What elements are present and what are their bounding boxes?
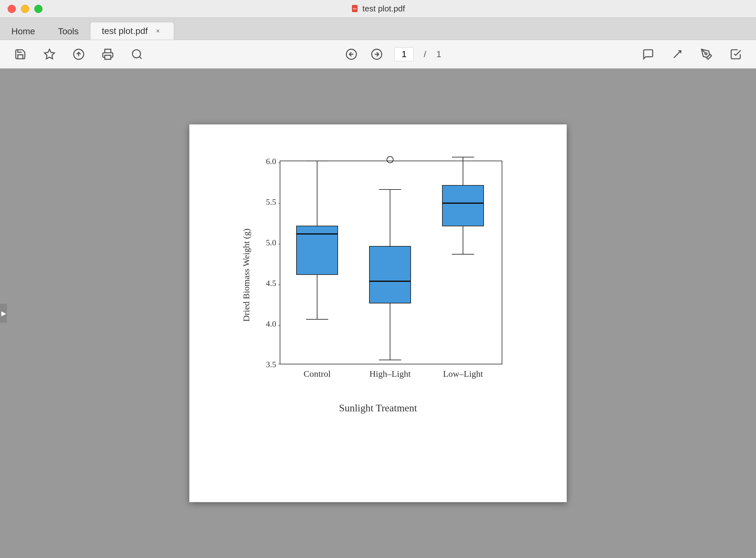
chart-svg: 6.0 5.5 5.0 4.5 4.0 3.5: [254, 155, 515, 396]
highlight-icon: [671, 48, 683, 60]
svg-marker-2: [45, 49, 55, 59]
svg-text:3.5: 3.5: [266, 360, 276, 369]
print-button[interactable]: [100, 47, 115, 62]
upload-button[interactable]: [71, 47, 86, 62]
tab-close-button[interactable]: ×: [154, 27, 162, 35]
tab-bar: Home Tools test plot.pdf ×: [0, 18, 756, 40]
minimize-window-button[interactable]: [21, 5, 29, 13]
active-tab-label: test plot.pdf: [102, 26, 148, 36]
svg-point-12: [705, 53, 707, 55]
content-area: ▶ Dried Biomass Weight (g) 6.0 5.5 5.: [0, 69, 756, 558]
svg-text:High–Light: High–Light: [370, 369, 411, 379]
y-axis-label: Dried Biomass Weight (g): [241, 229, 251, 322]
svg-rect-39: [442, 185, 484, 226]
svg-text:5.0: 5.0: [266, 238, 276, 247]
window-title-area: PDF test plot.pdf: [351, 4, 405, 14]
tab-active-file[interactable]: test plot.pdf ×: [90, 22, 174, 40]
toolbar-left: [13, 47, 144, 62]
prev-page-button[interactable]: [344, 47, 359, 62]
tab-tools[interactable]: Tools: [47, 23, 90, 40]
toolbar: / 1: [0, 40, 756, 69]
title-bar: PDF test plot.pdf: [0, 0, 756, 18]
toolbar-right: [641, 47, 743, 62]
window-title-text: test plot.pdf: [362, 4, 405, 14]
toolbar-center: / 1: [160, 47, 625, 62]
comment-button[interactable]: [641, 47, 656, 62]
svg-text:Control: Control: [303, 369, 331, 379]
tab-home[interactable]: Home: [0, 23, 47, 40]
svg-text:4.5: 4.5: [266, 279, 276, 288]
print-icon: [102, 48, 114, 60]
comment-icon: [642, 48, 654, 60]
svg-line-6: [139, 56, 141, 59]
search-button[interactable]: [129, 47, 144, 62]
sidebar-toggle-button[interactable]: ▶: [0, 304, 7, 323]
svg-text:Low–Light: Low–Light: [443, 369, 483, 379]
svg-rect-4: [105, 55, 111, 59]
pdf-page: Dried Biomass Weight (g) 6.0 5.5 5.0 4.5: [189, 124, 567, 502]
chart-container: Dried Biomass Weight (g) 6.0 5.5 5.0 4.5: [219, 155, 537, 472]
stamp-button[interactable]: [728, 47, 743, 62]
save-button[interactable]: [13, 47, 28, 62]
maximize-window-button[interactable]: [34, 5, 43, 13]
next-page-button[interactable]: [369, 47, 384, 62]
svg-line-11: [674, 50, 681, 57]
search-icon: [131, 48, 143, 60]
svg-text:6.0: 6.0: [266, 157, 276, 166]
svg-text:5.5: 5.5: [266, 197, 276, 207]
sign-button[interactable]: [699, 47, 714, 62]
svg-text:4.0: 4.0: [266, 319, 276, 329]
page-separator: /: [424, 49, 426, 59]
save-icon: [14, 48, 26, 60]
x-axis-label: Sunlight Treatment: [339, 402, 417, 414]
prev-page-icon: [345, 48, 357, 60]
traffic-lights: [8, 5, 43, 13]
page-number-input[interactable]: [395, 47, 413, 61]
page-total: 1: [436, 49, 441, 59]
close-window-button[interactable]: [8, 5, 16, 13]
svg-point-5: [133, 50, 140, 57]
svg-rect-26: [297, 226, 338, 275]
bookmark-button[interactable]: [42, 47, 57, 62]
next-page-icon: [371, 48, 383, 60]
sign-icon: [701, 48, 712, 60]
pdf-icon: PDF: [351, 4, 360, 13]
bookmark-icon: [44, 48, 55, 60]
upload-icon: [73, 48, 85, 60]
highlight-button[interactable]: [670, 47, 685, 62]
svg-text:PDF: PDF: [353, 8, 357, 10]
chart-svg-wrapper: Dried Biomass Weight (g) 6.0 5.5 5.0 4.5: [241, 155, 515, 396]
stamp-icon: [730, 48, 742, 60]
svg-rect-32: [370, 246, 411, 303]
